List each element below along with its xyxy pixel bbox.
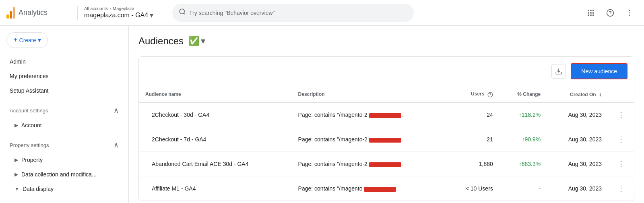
audience-change: - [500, 176, 547, 201]
account-name[interactable]: Mageplaza [113, 6, 134, 11]
account-settings-chevron-icon: ∧ [114, 106, 119, 115]
sidebar-item-setup[interactable]: Setup Assistant [0, 83, 122, 98]
table-header-row: Audience name Description Users [139, 86, 634, 103]
page-title-row: Audiences ✅ ▾ [138, 35, 634, 47]
col-header-change: % Change [500, 86, 547, 103]
audience-change: ↑683.3% [500, 152, 547, 176]
col-header-actions [608, 86, 634, 103]
setup-label: Setup Assistant [10, 87, 49, 94]
audience-created: Aug 30, 2023 [547, 103, 608, 127]
property-settings-header[interactable]: Property settings ∧ [0, 137, 128, 153]
audience-actions: ⋮ [608, 176, 634, 201]
search-icon [179, 8, 186, 17]
created-sort-icon: ↓ [599, 91, 602, 97]
svg-rect-9 [590, 14, 591, 16]
sidebar-item-property[interactable]: ▶ Property [0, 153, 128, 167]
download-button[interactable] [551, 64, 566, 79]
audience-users: 1,880 [446, 152, 500, 176]
audience-name: Abandoned Cart Email ACE 30d - GA4 [139, 152, 292, 176]
row-menu-button[interactable]: ⋮ [615, 108, 627, 121]
grid-button[interactable] [583, 5, 599, 21]
title-badge: ✅ ▾ [188, 36, 205, 46]
svg-rect-3 [590, 10, 591, 11]
svg-rect-8 [588, 14, 589, 16]
breadcrumb[interactable]: All accounts › Mageplaza [84, 6, 166, 11]
col-header-description: Description [292, 86, 447, 103]
table-row: Affiliate M1 - GA4Page: contains "/magen… [139, 176, 634, 201]
property-label: Property [21, 157, 43, 163]
audience-name: Affiliate M1 - GA4 [139, 176, 292, 201]
redacted-content [369, 162, 401, 167]
data-display-expand-icon: ▼ [14, 186, 19, 192]
col-change-label: % Change [517, 91, 541, 97]
redacted-content [369, 113, 401, 118]
redacted-content [364, 187, 396, 192]
audience-description: Page: contains "/magento-2. [292, 127, 447, 152]
search-bar[interactable]: Try searching "Behavior overview" [172, 4, 414, 22]
account-settings-section: Account settings ∧ ▶ Account [0, 103, 128, 133]
logo-icon [6, 7, 15, 19]
table-row: 2Checkout - 7d - GA4Page: contains "/mag… [139, 127, 634, 152]
svg-rect-10 [592, 14, 594, 16]
page-title: Audiences [138, 35, 184, 47]
account-settings-header[interactable]: Account settings ∧ [0, 103, 128, 118]
users-help-icon[interactable] [487, 91, 493, 97]
more-button[interactable] [621, 5, 638, 21]
audience-description: Page: contains "/magento-2. [292, 103, 447, 127]
positive-change: ↑90.9% [522, 136, 541, 143]
audience-users: 21 [446, 127, 500, 152]
sidebar-item-preferences[interactable]: My preferences [0, 69, 122, 83]
svg-point-15 [629, 14, 630, 16]
property-selector[interactable]: mageplaza.com - GA4 ▾ [84, 11, 166, 20]
audience-created: Aug 30, 2023 [547, 127, 608, 152]
header: Analytics All accounts › Mageplaza magep… [0, 0, 644, 26]
sidebar-item-admin[interactable]: Admin [0, 54, 122, 69]
row-menu-button[interactable]: ⋮ [615, 157, 627, 170]
audience-description: Page: contains "/magento. [292, 176, 447, 201]
audiences-table-container: New audience Audience name Description U… [138, 56, 634, 201]
svg-rect-7 [592, 12, 594, 13]
row-menu-button[interactable]: ⋮ [615, 182, 627, 195]
col-created-label: Created On [570, 92, 596, 97]
svg-line-1 [184, 13, 185, 14]
logo-bar-2 [10, 11, 12, 19]
audience-change: ↑118.2% [500, 103, 547, 127]
col-header-name: Audience name [139, 86, 292, 103]
create-dropdown-icon: ▾ [38, 36, 41, 44]
sidebar-item-account[interactable]: ▶ Account [0, 118, 128, 133]
help-button[interactable] [602, 5, 618, 21]
audience-actions: ⋮ [608, 152, 634, 176]
property-expand-icon: ▶ [14, 157, 18, 163]
svg-point-13 [629, 10, 630, 11]
table-toolbar: New audience [139, 57, 634, 86]
main-content: Audiences ✅ ▾ New audience [129, 26, 644, 203]
col-header-created[interactable]: Created On ↓ [547, 86, 608, 103]
row-menu-button[interactable]: ⋮ [615, 133, 627, 146]
search-placeholder: Try searching "Behavior overview" [189, 10, 275, 16]
admin-label: Admin [10, 58, 26, 65]
sidebar-item-data-display[interactable]: ▼ Data display [0, 182, 128, 196]
audience-users: < 10 Users [446, 176, 500, 201]
data-collection-label: Data collection and modifica... [21, 171, 97, 178]
main-layout: + Create ▾ Admin My preferences Setup As… [0, 26, 644, 203]
app-title: Analytics [19, 8, 47, 17]
all-accounts-link[interactable]: All accounts [84, 6, 108, 11]
new-audience-button[interactable]: New audience [571, 63, 627, 79]
property-settings-section: Property settings ∧ ▶ Property ▶ Data co… [0, 137, 128, 196]
audience-name: 2Checkout - 30d - GA4 [139, 103, 292, 127]
breadcrumb-separator: › [109, 6, 111, 11]
sidebar-item-data-collection[interactable]: ▶ Data collection and modifica... [0, 167, 128, 182]
preferences-label: My preferences [10, 73, 48, 79]
create-button[interactable]: + Create ▾ [6, 32, 48, 48]
logo-section: Analytics [6, 7, 71, 19]
create-plus-icon: + [13, 36, 18, 44]
audiences-table: Audience name Description Users [139, 86, 634, 201]
svg-rect-5 [588, 12, 589, 13]
svg-rect-4 [592, 10, 594, 11]
sidebar: + Create ▾ Admin My preferences Setup As… [0, 26, 129, 203]
create-label: Create [19, 37, 36, 44]
col-description-label: Description [298, 91, 325, 97]
data-collection-expand-icon: ▶ [14, 172, 18, 177]
title-dropdown-icon[interactable]: ▾ [201, 36, 205, 46]
svg-rect-6 [590, 12, 591, 13]
